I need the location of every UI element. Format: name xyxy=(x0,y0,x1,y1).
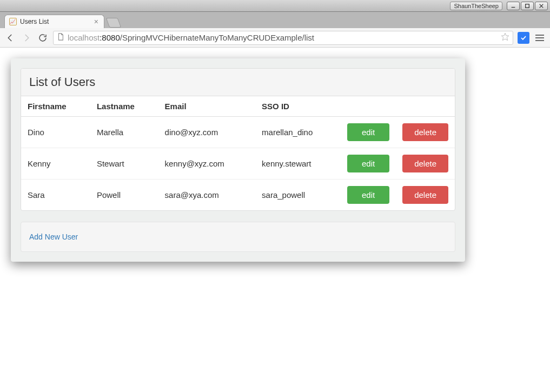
bookmark-star-icon[interactable] xyxy=(501,32,509,43)
browser-tab[interactable]: Users List × xyxy=(4,15,104,28)
panel-heading: List of Users xyxy=(21,69,455,96)
extension-button[interactable] xyxy=(518,32,529,44)
page-icon xyxy=(57,33,64,42)
cell-lastname: Powell xyxy=(90,180,158,211)
svg-rect-1 xyxy=(526,4,529,8)
page-card: List of Users Firstname Lastname Email S… xyxy=(11,58,465,262)
add-user-link[interactable]: Add New User xyxy=(29,232,78,241)
url-text: localhost:8080/SpringMVCHibernateManyToM… xyxy=(68,33,498,42)
users-panel: List of Users Firstname Lastname Email S… xyxy=(21,68,455,211)
cell-email: dino@xyz.com xyxy=(158,117,255,148)
tab-strip: Users List × xyxy=(0,12,550,28)
cell-firstname: Kenny xyxy=(21,148,90,180)
table-row: SaraPowellsara@xya.comsara_powelleditdel… xyxy=(21,180,455,211)
cell-ssoid: kenny.stewart xyxy=(255,148,341,180)
tab-title: Users List xyxy=(20,18,91,25)
os-user-badge[interactable]: ShaunTheSheep xyxy=(450,2,502,10)
favicon-icon xyxy=(9,18,17,25)
svg-marker-4 xyxy=(501,33,508,40)
reload-button[interactable] xyxy=(37,32,49,44)
cell-email: kenny@xyz.com xyxy=(158,148,255,180)
table-header-row: Firstname Lastname Email SSO ID xyxy=(21,96,455,117)
os-titlebar: ShaunTheSheep xyxy=(0,0,550,12)
window-close-button[interactable] xyxy=(535,2,548,10)
col-email: Email xyxy=(158,96,255,117)
delete-button[interactable]: delete xyxy=(402,186,448,204)
cell-lastname: Marella xyxy=(90,117,158,148)
address-bar[interactable]: localhost:8080/SpringMVCHibernateManyToM… xyxy=(53,31,513,45)
well: Add New User xyxy=(21,222,455,252)
cell-ssoid: marellan_dino xyxy=(255,117,341,148)
col-firstname: Firstname xyxy=(21,96,90,117)
edit-button[interactable]: edit xyxy=(347,186,389,204)
cell-ssoid: sara_powell xyxy=(255,180,341,211)
delete-button[interactable]: delete xyxy=(402,123,448,141)
table-row: KennyStewartkenny@xyz.comkenny.stewarted… xyxy=(21,148,455,180)
edit-button[interactable]: edit xyxy=(347,123,389,141)
table-row: DinoMarelladino@xyz.commarellan_dinoedit… xyxy=(21,117,455,148)
tab-close-icon[interactable]: × xyxy=(94,18,98,25)
delete-button[interactable]: delete xyxy=(402,155,448,172)
cell-email: sara@xya.com xyxy=(158,180,255,211)
page-title: List of Users xyxy=(29,75,95,89)
new-tab-button[interactable] xyxy=(106,18,122,28)
hamburger-menu-icon[interactable] xyxy=(534,32,546,44)
cell-firstname: Sara xyxy=(21,180,90,211)
window-minimize-button[interactable] xyxy=(507,2,520,10)
forward-button[interactable] xyxy=(21,32,32,44)
cell-lastname: Stewart xyxy=(90,148,158,180)
users-table: Firstname Lastname Email SSO ID DinoMare… xyxy=(21,96,455,210)
window-maximize-button[interactable] xyxy=(521,2,534,10)
col-lastname: Lastname xyxy=(90,96,158,117)
cell-firstname: Dino xyxy=(21,117,90,148)
back-button[interactable] xyxy=(4,32,16,44)
col-ssoid: SSO ID xyxy=(255,96,341,117)
page-viewport[interactable]: List of Users Firstname Lastname Email S… xyxy=(0,48,550,392)
edit-button[interactable]: edit xyxy=(347,155,389,172)
toolbar: localhost:8080/SpringMVCHibernateManyToM… xyxy=(0,28,550,48)
